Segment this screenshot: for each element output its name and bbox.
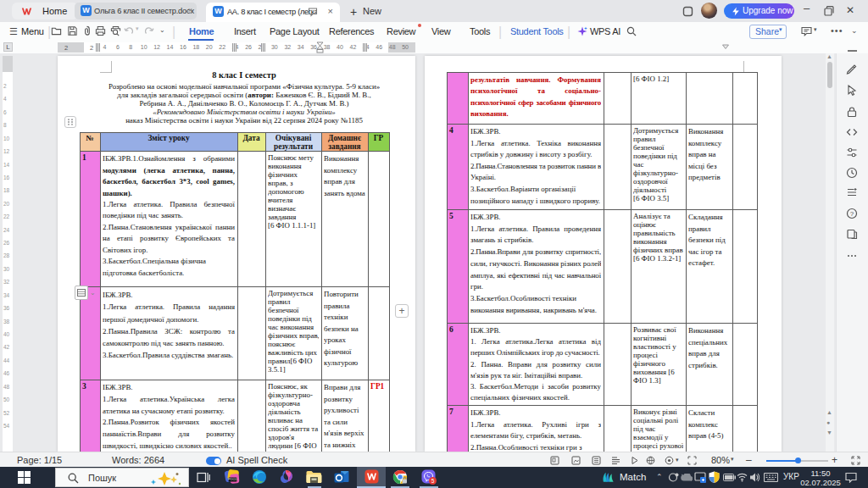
svg-text:?: ? — [850, 210, 854, 218]
svg-text:5: 5 — [431, 478, 435, 484]
svg-text:POCO: POCO — [228, 478, 237, 481]
